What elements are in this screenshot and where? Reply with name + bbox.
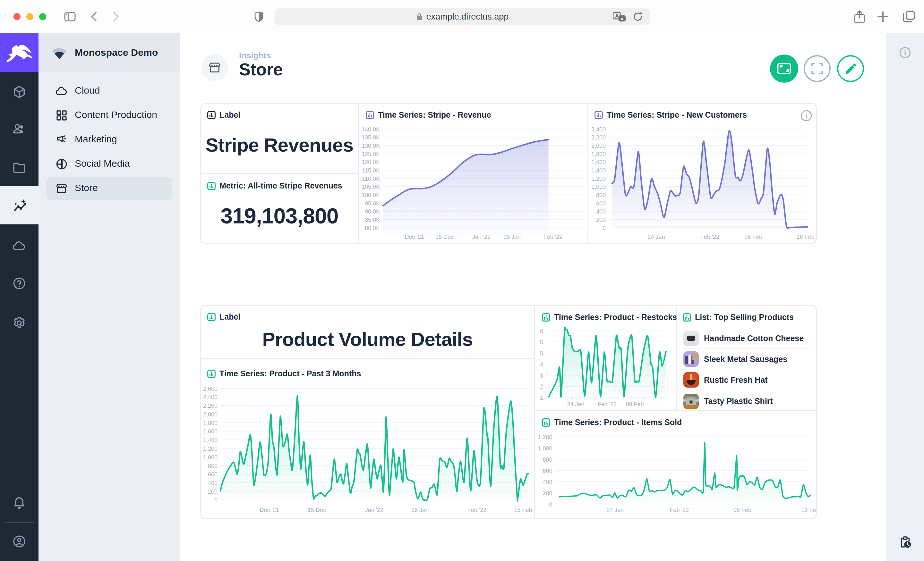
svg-text:16 Feb: 16 Feb [801, 507, 816, 513]
svg-text:95.0K: 95.0K [365, 200, 380, 207]
svg-text:90.0K: 90.0K [365, 208, 380, 215]
svg-text:100.0K: 100.0K [362, 192, 380, 199]
svg-text:Dec '21: Dec '21 [405, 234, 424, 240]
svg-text:200: 200 [543, 490, 552, 497]
svg-text:Jan '22: Jan '22 [472, 234, 490, 240]
svg-text:24 Jan: 24 Jan [648, 234, 665, 240]
svg-text:130.0K: 130.0K [362, 143, 380, 149]
svg-text:2,200: 2,200 [591, 134, 606, 141]
svg-text:125.0K: 125.0K [362, 151, 380, 157]
svg-text:400: 400 [596, 208, 606, 215]
svg-text:Feb '22: Feb '22 [543, 234, 562, 240]
svg-text:80.0K: 80.0K [365, 225, 380, 232]
svg-text:0: 0 [549, 501, 552, 508]
svg-text:105.0K: 105.0K [362, 184, 380, 190]
svg-text:115.0K: 115.0K [362, 168, 380, 174]
svg-text:800: 800 [596, 192, 606, 199]
svg-text:85.0K: 85.0K [365, 217, 380, 223]
svg-text:24 Jan: 24 Jan [606, 507, 624, 513]
svg-text:1,000: 1,000 [591, 184, 606, 190]
svg-text:15 Jan: 15 Jan [503, 234, 521, 240]
svg-text:x: x [621, 16, 624, 21]
svg-text:2,000: 2,000 [591, 143, 606, 149]
svg-text:120.0K: 120.0K [362, 159, 380, 165]
svg-text:0: 0 [214, 497, 218, 504]
svg-text:Jan '22: Jan '22 [365, 507, 383, 513]
svg-text:600: 600 [596, 200, 606, 207]
svg-text:1,800: 1,800 [591, 151, 606, 157]
svg-text:2: 2 [540, 383, 543, 390]
svg-text:3: 3 [540, 373, 543, 379]
svg-text:2,400: 2,400 [591, 126, 606, 133]
svg-text:1,200: 1,200 [538, 434, 552, 440]
svg-text:0: 0 [603, 225, 606, 232]
svg-text:200: 200 [596, 217, 606, 223]
svg-text:15 Dec: 15 Dec [308, 507, 326, 513]
svg-text:Feb '22: Feb '22 [468, 507, 486, 513]
svg-text:08 Feb: 08 Feb [734, 507, 752, 513]
svg-text:15 Feb: 15 Feb [514, 507, 532, 513]
svg-text:2,000: 2,000 [203, 411, 218, 418]
svg-text:1: 1 [540, 395, 543, 401]
svg-text:1,200: 1,200 [203, 446, 218, 452]
svg-text:08 Feb: 08 Feb [626, 401, 644, 407]
svg-text:1,000: 1,000 [538, 445, 552, 452]
svg-text:400: 400 [543, 479, 552, 485]
svg-text:5: 5 [540, 350, 543, 356]
svg-text:15 Jan: 15 Jan [411, 507, 429, 513]
svg-text:600: 600 [543, 468, 552, 474]
svg-text:1,200: 1,200 [591, 176, 606, 182]
svg-text:1,600: 1,600 [203, 428, 218, 435]
svg-text:6: 6 [540, 328, 543, 334]
svg-text:800: 800 [208, 463, 218, 469]
svg-text:400: 400 [208, 480, 218, 486]
svg-text:110.0K: 110.0K [362, 176, 380, 182]
svg-text:15 Dec: 15 Dec [435, 234, 454, 240]
svg-text:2,400: 2,400 [203, 394, 218, 400]
svg-text:Feb '22: Feb '22 [670, 507, 688, 513]
svg-text:A: A [615, 13, 619, 19]
svg-text:140.0K: 140.0K [362, 126, 380, 133]
svg-text:1,400: 1,400 [203, 437, 218, 443]
svg-text:1,400: 1,400 [591, 168, 606, 174]
svg-text:200: 200 [208, 489, 218, 495]
svg-text:2,200: 2,200 [203, 402, 218, 409]
svg-text:1,600: 1,600 [591, 159, 606, 165]
svg-text:Dec '21: Dec '21 [260, 507, 279, 513]
svg-text:2,600: 2,600 [203, 386, 218, 392]
svg-text:4: 4 [540, 361, 543, 368]
svg-text:1,800: 1,800 [203, 420, 218, 426]
svg-text:08 Feb: 08 Feb [744, 234, 762, 240]
svg-text:24 Jan: 24 Jan [567, 401, 585, 407]
svg-text:Feb '22: Feb '22 [597, 401, 616, 407]
svg-text:16 Feb: 16 Feb [796, 234, 814, 240]
svg-text:600: 600 [208, 471, 218, 478]
svg-text:Feb '22: Feb '22 [700, 234, 719, 240]
svg-text:135.0K: 135.0K [362, 134, 380, 141]
svg-text:800: 800 [543, 456, 552, 463]
svg-text:5: 5 [540, 339, 543, 346]
svg-text:1,000: 1,000 [203, 454, 218, 461]
